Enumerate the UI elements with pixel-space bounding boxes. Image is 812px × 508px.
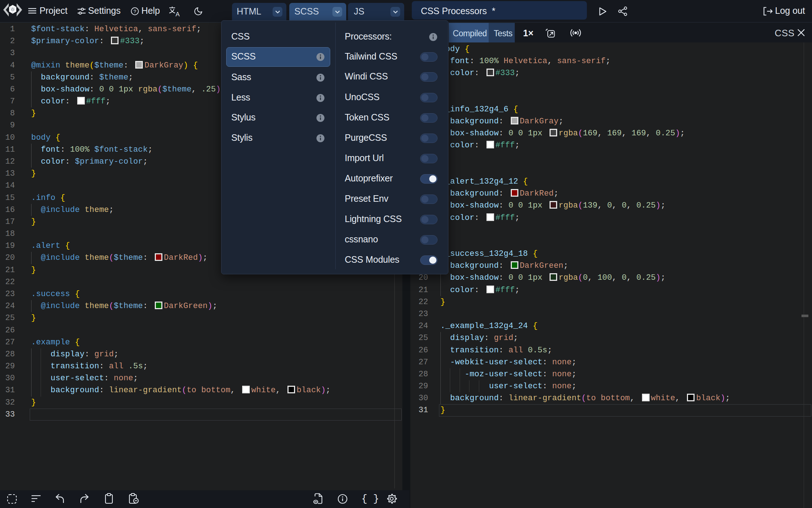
svg-text:A: A — [175, 11, 180, 17]
svg-text:?: ? — [133, 9, 136, 14]
